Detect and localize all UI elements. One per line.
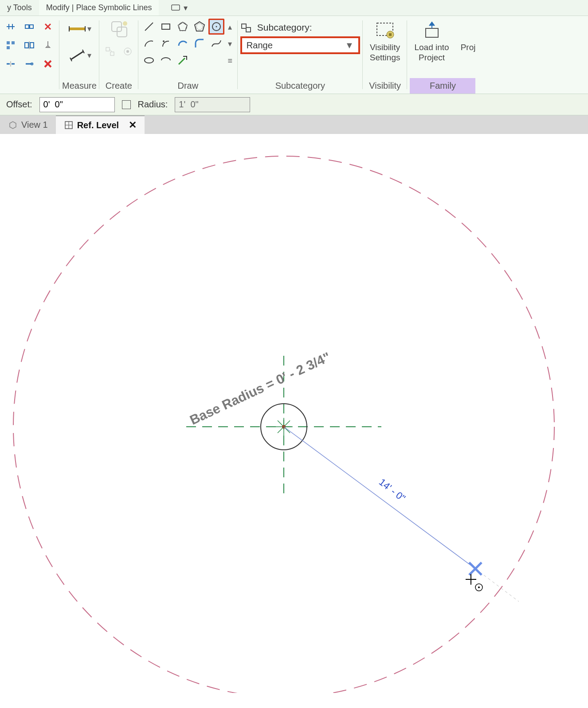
svg-rect-6	[25, 43, 28, 48]
subcategory-icon	[240, 21, 253, 34]
svg-point-11	[123, 21, 127, 26]
arc-tangent-icon[interactable]	[175, 35, 191, 51]
align-icon[interactable]	[3, 19, 19, 35]
family-panel-label: Family	[410, 78, 475, 94]
visibility-panel: Visibility Settings Visibility	[363, 16, 408, 94]
pin-icon[interactable]	[40, 37, 56, 53]
create-group-icon[interactable]	[109, 19, 129, 39]
svg-rect-0	[172, 5, 180, 10]
create-panel: Create	[99, 16, 138, 94]
ribbon-tabbar: y Tools Modify | Place Symbolic Lines ▾	[0, 0, 588, 16]
view-tab-view1[interactable]: View 1	[0, 115, 56, 134]
offset-label: Offset:	[6, 99, 32, 110]
pick-lines-icon[interactable]	[175, 52, 191, 68]
ribbon: ▾ ▾ Measure Create	[0, 16, 588, 94]
trim-icon[interactable]	[21, 56, 37, 72]
visibility-settings-label: Visibility Settings	[370, 43, 400, 63]
project-button[interactable]: Proj	[456, 19, 476, 55]
subcategory-panel-label: Subcategory	[240, 78, 360, 94]
dimension-icon[interactable]	[67, 45, 87, 66]
panel-label	[3, 78, 57, 94]
unpin-icon[interactable]	[40, 19, 56, 35]
dropdown-arrow-icon[interactable]: ▾	[87, 51, 91, 60]
radius-checkbox[interactable]	[122, 100, 131, 109]
svg-rect-16	[162, 24, 170, 29]
measure-icon[interactable]	[67, 19, 87, 39]
svg-rect-7	[30, 43, 34, 48]
delete-icon[interactable]	[40, 56, 56, 72]
load-into-project-button[interactable]: Load into Project	[410, 19, 453, 65]
create-assembly-icon[interactable]	[120, 43, 136, 59]
svg-rect-4	[12, 41, 15, 44]
subcategory-dropdown[interactable]: Range ▼	[240, 36, 360, 54]
svg-rect-26	[246, 28, 251, 32]
svg-point-24	[145, 58, 153, 63]
arc-center-icon[interactable]	[158, 35, 174, 51]
circle-tool-icon[interactable]	[208, 19, 224, 35]
view-tab-ref-level[interactable]: Ref. Level ✕	[56, 115, 145, 134]
offset-input[interactable]	[39, 97, 115, 112]
radius-input[interactable]	[175, 97, 250, 112]
spline-tool-icon[interactable]	[208, 35, 224, 51]
chevron-down-icon: ▼	[345, 40, 354, 51]
draw-gallery-expand-icon[interactable]: ≡	[225, 52, 235, 69]
create-similar-icon[interactable]	[102, 43, 118, 59]
project-label: Proj	[461, 43, 476, 53]
view-tab-label: View 1	[21, 120, 48, 130]
cursor-icon	[466, 574, 482, 591]
create-label: Create	[102, 78, 136, 94]
svg-rect-25	[242, 24, 246, 28]
draw-gallery-down-icon[interactable]: ▾	[225, 35, 235, 52]
measure-label: Measure	[62, 78, 97, 94]
draw-gallery-up-icon[interactable]: ▴	[225, 19, 235, 35]
svg-point-22	[216, 26, 217, 28]
ribbon-tab-prev[interactable]: y Tools	[0, 0, 39, 16]
visibility-panel-label: Visibility	[365, 78, 405, 94]
line-tool-icon[interactable]	[141, 19, 157, 35]
array-icon[interactable]	[3, 37, 19, 53]
fillet-arc-icon[interactable]	[192, 35, 208, 51]
snap-point-icon	[469, 562, 482, 575]
svg-point-42	[478, 586, 480, 588]
subcategory-panel: Subcategory: Range ▼ Subcategory	[238, 16, 363, 94]
ribbon-tab-active[interactable]: Modify | Place Symbolic Lines	[39, 0, 159, 16]
svg-rect-13	[110, 52, 114, 55]
svg-rect-2	[30, 25, 33, 28]
ellipse-tool-icon[interactable]	[141, 52, 157, 68]
mirror-icon[interactable]	[21, 37, 37, 53]
svg-point-19	[196, 24, 203, 30]
plan-view-icon	[64, 120, 74, 130]
svg-rect-5	[7, 46, 10, 49]
svg-point-23	[163, 40, 165, 42]
drawing-canvas[interactable]: Base Radius = 0' - 2 3/4" 14' - 0"	[0, 134, 588, 693]
draw-panel: ▴ ▾ ≡ Draw	[138, 16, 238, 94]
svg-point-15	[126, 50, 129, 53]
temp-radius-line	[284, 427, 475, 569]
visibility-settings-button[interactable]: Visibility Settings	[365, 19, 405, 65]
svg-rect-29	[389, 33, 392, 36]
subcategory-label: Subcategory:	[257, 22, 312, 33]
split-icon[interactable]	[3, 56, 19, 72]
family-panel: Load into Project Proj Family	[407, 16, 478, 94]
subcategory-value: Range	[247, 40, 273, 51]
options-bar: Offset: Radius:	[0, 94, 588, 115]
close-tab-icon[interactable]: ✕	[129, 119, 137, 131]
svg-rect-1	[25, 25, 29, 28]
modify-panel	[0, 16, 59, 94]
dropdown-arrow-icon[interactable]: ▾	[87, 24, 91, 34]
svg-rect-3	[7, 41, 10, 44]
svg-point-18	[178, 22, 187, 31]
offset-tool-icon[interactable]	[21, 19, 37, 35]
load-into-project-label: Load into Project	[414, 43, 449, 63]
arc-start-end-icon[interactable]	[141, 35, 157, 51]
rectangle-tool-icon[interactable]	[158, 19, 174, 35]
view-tabs: View 1 Ref. Level ✕	[0, 115, 588, 134]
inscribed-polygon-icon[interactable]	[175, 19, 191, 35]
partial-ellipse-icon[interactable]	[158, 52, 174, 68]
radius-label: Radius:	[138, 99, 168, 110]
view-tab-label: Ref. Level	[77, 120, 119, 130]
circumscribed-polygon-icon[interactable]	[192, 19, 208, 35]
measure-panel: ▾ ▾ Measure	[59, 16, 99, 94]
context-help-dropdown[interactable]: ▾	[168, 3, 191, 13]
svg-rect-30	[426, 28, 438, 37]
